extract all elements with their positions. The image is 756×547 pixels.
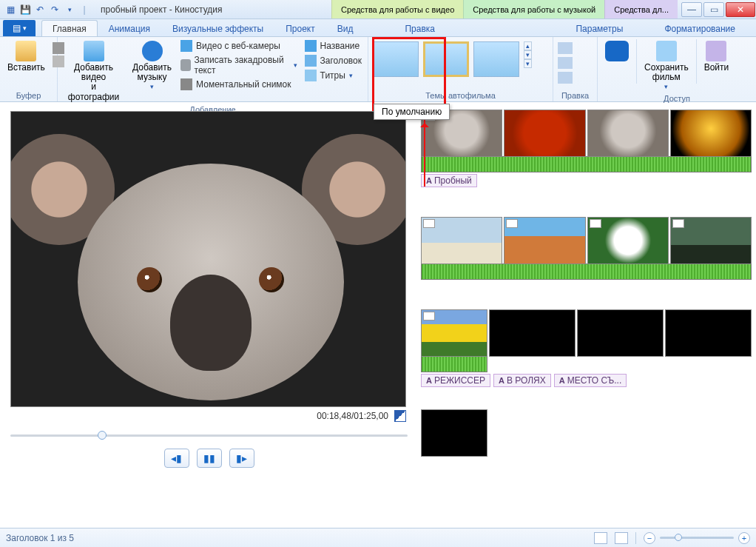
clip-effect-icon: [423, 312, 435, 321]
timeline-clip[interactable]: [665, 309, 752, 357]
audio-track[interactable]: [421, 264, 752, 280]
timeline[interactable]: Пробный РЕЖИССЕР В РОЛЯХ: [418, 104, 756, 528]
caption-tag[interactable]: В РОЛЯХ: [493, 374, 551, 387]
qat-dropdown-icon[interactable]: ▾: [64, 4, 75, 16]
context-tab-text[interactable]: Средства дл...: [604, 0, 678, 19]
save-icon[interactable]: 💾: [19, 4, 31, 16]
view-mode-1-button[interactable]: [594, 532, 607, 544]
timeline-clip[interactable]: [504, 110, 585, 157]
app-icon: ▦: [4, 4, 16, 16]
tab-format[interactable]: Форматирование: [644, 21, 756, 36]
credits-button[interactable]: Титры▾: [303, 69, 363, 82]
timeline-clip[interactable]: [670, 110, 752, 157]
snapshot-button[interactable]: Моментальный снимок: [179, 78, 299, 91]
webcam-button[interactable]: Видео с веб-камеры: [179, 39, 299, 53]
add-music-button[interactable]: Добавить музыку ▾: [129, 39, 175, 93]
film-icon: [656, 41, 677, 61]
tab-project[interactable]: Проект: [274, 20, 326, 36]
snapshot-label: Моментальный снимок: [196, 79, 291, 90]
prev-frame-button[interactable]: ◂▮: [164, 449, 189, 468]
undo-icon[interactable]: ↶: [34, 4, 46, 16]
rotate-left-icon[interactable]: [558, 42, 573, 54]
add-photos-button[interactable]: Добавить видео и фотографии: [62, 39, 125, 104]
tab-view[interactable]: Вид: [326, 20, 365, 36]
paste-label: Вставить: [7, 63, 45, 73]
tab-home[interactable]: Главная: [41, 20, 98, 36]
minimize-button[interactable]: ―: [681, 2, 702, 17]
timeline-clip[interactable]: [577, 309, 664, 357]
timeline-clip[interactable]: [587, 217, 669, 264]
time-display: 00:18,48/01:25,00: [317, 411, 388, 421]
themes-scroll-down-icon[interactable]: ▾: [524, 50, 532, 59]
remove-icon[interactable]: [558, 72, 573, 84]
timeline-clip[interactable]: [504, 217, 585, 264]
timeline-clip[interactable]: [587, 110, 669, 157]
view-mode-2-button[interactable]: [615, 532, 628, 544]
group-edit-label: Правка: [558, 90, 593, 100]
paste-button[interactable]: Вставить: [4, 39, 48, 74]
photo-icon: [84, 41, 104, 61]
audio-track[interactable]: [421, 356, 487, 372]
timeline-clip[interactable]: [670, 217, 752, 264]
tab-animation[interactable]: Анимация: [98, 20, 161, 36]
clip-effect-icon: [590, 219, 601, 228]
webcam-icon: [180, 40, 192, 52]
save-movie-label: Сохранить фильм: [644, 63, 689, 82]
zoom-in-button[interactable]: +: [738, 532, 750, 544]
caption-tag[interactable]: МЕСТО СЪ...: [554, 374, 627, 387]
qat-sep: |: [78, 4, 90, 16]
window-title: пробный проект - Киностудия: [101, 4, 223, 15]
status-caption: Заголовок 1 из 5: [6, 533, 74, 543]
credits-icon: [305, 70, 317, 81]
audio-track[interactable]: [421, 156, 752, 172]
caption-label: Заголовок: [320, 56, 362, 66]
clip-effect-icon: [506, 219, 518, 228]
tab-effects[interactable]: Визуальные эффекты: [161, 20, 274, 36]
caption-tag[interactable]: Пробный: [421, 174, 477, 187]
theme-3[interactable]: [473, 41, 519, 77]
caption-tag[interactable]: РЕЖИССЕР: [421, 374, 490, 387]
tab-edit[interactable]: Правка: [394, 20, 446, 36]
theme-tooltip: По умолчанию: [374, 104, 450, 120]
cloud-icon: [605, 41, 629, 61]
theme-default[interactable]: [373, 41, 419, 77]
next-frame-button[interactable]: ▮▸: [229, 449, 254, 468]
caption-tag-label: МЕСТО СЪ...: [567, 375, 621, 386]
rotate-right-icon[interactable]: [558, 57, 573, 69]
zoom-slider[interactable]: [660, 537, 734, 539]
themes-scroll-up-icon[interactable]: ▴: [524, 41, 532, 50]
file-menu-button[interactable]: ▤▾: [3, 20, 36, 36]
signin-button[interactable]: Войти: [701, 39, 732, 74]
caption-tag-label: РЕЖИССЕР: [434, 375, 485, 386]
context-tab-music[interactable]: Средства для работы с музыкой: [463, 0, 604, 19]
timeline-clip[interactable]: [421, 409, 487, 457]
close-button[interactable]: ✕: [726, 2, 755, 17]
redo-icon[interactable]: ↷: [49, 4, 61, 16]
group-themes-label: Темы автофильма: [373, 90, 548, 100]
timeline-clip[interactable]: [421, 309, 487, 357]
tab-params[interactable]: Параметры: [555, 21, 644, 36]
title-button[interactable]: Название: [303, 39, 363, 53]
maximize-button[interactable]: ▭: [703, 2, 724, 17]
video-preview[interactable]: [10, 111, 406, 407]
music-icon: [142, 41, 163, 61]
context-tab-video[interactable]: Средства для работы с видео: [331, 0, 463, 19]
save-movie-button[interactable]: Сохранить фильм ▾: [641, 39, 692, 93]
caption-button[interactable]: Заголовок: [303, 54, 363, 67]
status-sep: [635, 532, 636, 544]
caption-tag-label: Пробный: [434, 175, 472, 186]
fullscreen-icon[interactable]: [394, 410, 406, 422]
timeline-clip[interactable]: [421, 217, 502, 264]
seek-bar[interactable]: [10, 429, 408, 441]
add-photos-label: Добавить видео и фотографии: [65, 63, 122, 102]
timeline-clip[interactable]: [489, 309, 576, 357]
zoom-out-button[interactable]: −: [644, 532, 655, 544]
webcam-label: Видео с веб-камеры: [196, 41, 280, 51]
themes-more-icon[interactable]: ▾: [524, 59, 532, 68]
skydrive-button[interactable]: [602, 39, 632, 63]
voiceover-button[interactable]: Записать закадровый текст▾: [179, 54, 299, 76]
theme-2[interactable]: [423, 41, 469, 77]
annotation-arrow: [424, 120, 425, 187]
play-pause-button[interactable]: ▮▮: [197, 449, 222, 468]
mic-icon: [180, 59, 190, 71]
